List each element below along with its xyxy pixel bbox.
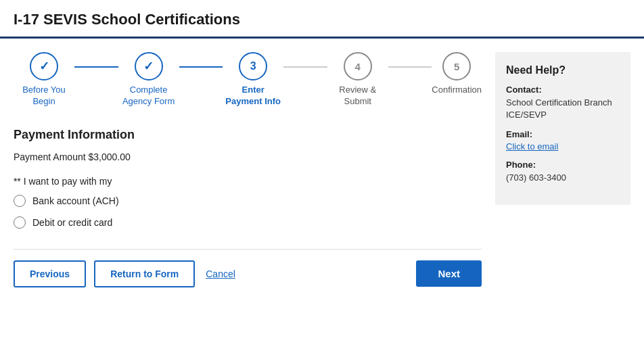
step-circle-2: ✓ bbox=[135, 52, 163, 80]
pay-with-label: * * I want to pay with my bbox=[14, 176, 482, 187]
step-before-you-begin: ✓ Before You Begin bbox=[14, 52, 74, 108]
step-label-2: Complete Agency Form bbox=[118, 85, 179, 108]
connector-2-3 bbox=[179, 66, 223, 68]
payment-amount: Payment Amount $3,000.00 bbox=[14, 152, 482, 162]
step-enter-payment: 3 Enter Payment Info bbox=[223, 52, 283, 108]
main-content: ✓ Before You Begin ✓ Complete Agency For… bbox=[0, 39, 644, 301]
stepper: ✓ Before You Begin ✓ Complete Agency For… bbox=[14, 52, 482, 108]
step-circle-4: 4 bbox=[344, 52, 372, 80]
radio-card-label: Debit or credit card bbox=[32, 217, 112, 228]
step-complete-agency: ✓ Complete Agency Form bbox=[118, 52, 179, 108]
step-label-3: Enter Payment Info bbox=[223, 85, 283, 108]
help-contact-value: School Certification Branch ICE/SEVP bbox=[506, 97, 620, 121]
connector-1-2 bbox=[74, 66, 118, 68]
step-label-4: Review & Submit bbox=[327, 85, 388, 108]
pay-with-text: * I want to pay with my bbox=[17, 176, 112, 187]
connector-4-5 bbox=[388, 66, 432, 68]
help-contact-label: Contact: bbox=[506, 85, 620, 95]
return-to-form-button[interactable]: Return to Form bbox=[94, 260, 195, 287]
help-email-link[interactable]: Click to email bbox=[506, 141, 558, 152]
step-review-submit: 4 Review & Submit bbox=[327, 52, 388, 108]
help-contact-section: Contact: School Certification Branch ICE… bbox=[506, 85, 620, 121]
step-label-5: Confirmation bbox=[432, 85, 482, 96]
page-title-bar: I-17 SEVIS School Certifications bbox=[0, 0, 644, 39]
cancel-button[interactable]: Cancel bbox=[203, 262, 238, 286]
radio-card-option[interactable]: Debit or credit card bbox=[14, 216, 482, 229]
step-circle-3: 3 bbox=[239, 52, 267, 80]
step-confirmation: 5 Confirmation bbox=[432, 52, 482, 96]
payment-section-title: Payment Information bbox=[14, 128, 482, 142]
page-title: I-17 SEVIS School Certifications bbox=[14, 11, 630, 28]
help-phone-value: (703) 603-3400 bbox=[506, 172, 620, 184]
previous-button[interactable]: Previous bbox=[14, 260, 86, 287]
radio-ach-option[interactable]: Bank account (ACH) bbox=[14, 195, 482, 207]
help-phone-label: Phone: bbox=[506, 160, 620, 170]
step-circle-5: 5 bbox=[442, 52, 471, 80]
help-title: Need Help? bbox=[506, 64, 620, 76]
page-wrapper: I-17 SEVIS School Certifications ✓ Befor… bbox=[0, 0, 644, 301]
help-panel: Need Help? Contact: School Certification… bbox=[495, 52, 630, 205]
button-bar: Previous Return to Form Cancel Next bbox=[14, 249, 482, 287]
next-button[interactable]: Next bbox=[416, 260, 482, 287]
help-email-section: Email: Click to email bbox=[506, 129, 620, 152]
radio-ach-label: Bank account (ACH) bbox=[32, 195, 119, 206]
radio-card[interactable] bbox=[14, 216, 26, 229]
payment-section: Payment Information Payment Amount $3,00… bbox=[14, 128, 482, 229]
step-circle-1: ✓ bbox=[30, 52, 58, 80]
step-label-1: Before You Begin bbox=[14, 85, 74, 108]
help-email-label: Email: bbox=[506, 129, 620, 139]
left-panel: ✓ Before You Begin ✓ Complete Agency For… bbox=[14, 52, 482, 287]
radio-ach[interactable] bbox=[14, 195, 26, 207]
help-phone-section: Phone: (703) 603-3400 bbox=[506, 160, 620, 184]
connector-3-4 bbox=[283, 66, 327, 68]
